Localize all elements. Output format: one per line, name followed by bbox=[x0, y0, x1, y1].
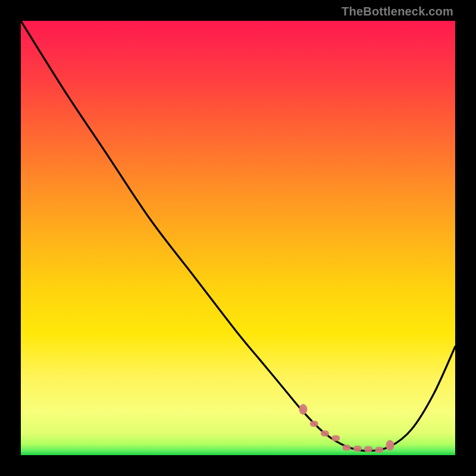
plot-area bbox=[21, 21, 455, 455]
chart-frame: TheBottleneck.com bbox=[0, 0, 476, 476]
highlight-marker bbox=[353, 446, 362, 452]
highlight-marker bbox=[310, 421, 318, 427]
highlight-marker bbox=[343, 444, 351, 450]
highlight-marker bbox=[331, 436, 340, 441]
highlight-dots bbox=[299, 404, 394, 453]
highlight-marker bbox=[364, 446, 372, 452]
curve-path bbox=[21, 21, 455, 451]
watermark-text: TheBottleneck.com bbox=[342, 5, 453, 18]
highlight-end bbox=[386, 440, 394, 450]
bottleneck-curve bbox=[21, 21, 455, 455]
highlight-marker bbox=[375, 447, 383, 453]
highlight-end bbox=[299, 404, 308, 415]
highlight-marker bbox=[321, 431, 329, 437]
